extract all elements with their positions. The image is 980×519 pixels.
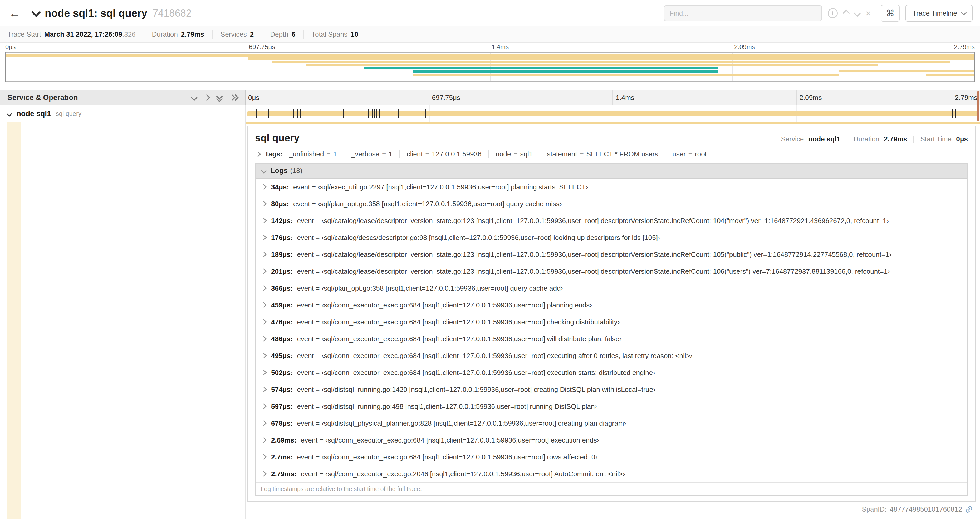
log-tick <box>398 109 399 118</box>
chevron-right-icon <box>261 454 267 460</box>
locate-icon[interactable]: + <box>828 8 838 18</box>
log-tick <box>368 109 369 118</box>
minimap-span-bar <box>248 57 975 60</box>
log-timestamp: 502μs: <box>271 369 293 377</box>
tag-value: 1 <box>388 150 392 158</box>
log-timestamp: 597μs: <box>271 402 293 410</box>
trace-collapse-chevron-icon[interactable] <box>31 7 41 17</box>
log-tick <box>343 109 344 118</box>
expand-all-icon[interactable] <box>230 95 238 100</box>
log-row[interactable]: 2.69ms: event = ‹sql/conn_executor_exec.… <box>256 432 967 449</box>
duration-label: Duration: <box>854 135 881 143</box>
span-name-column <box>0 122 245 519</box>
duration-value: 2.79ms <box>884 135 907 143</box>
tag-item: _unfinished = 1 <box>289 150 337 158</box>
tag-key: client <box>407 150 423 158</box>
span-name-cell[interactable]: node sql1 sql query <box>0 105 245 122</box>
log-row[interactable]: 80μs: event = ‹sql/plan_opt.go:358 [nsql… <box>256 195 967 212</box>
axis-column: 2.09ms <box>797 90 980 105</box>
tag-key: statement <box>547 150 577 158</box>
log-row[interactable]: 597μs: event = ‹sql/distsql_running.go:4… <box>256 398 967 415</box>
collapse-all-icon[interactable] <box>217 94 222 101</box>
log-message: event = ‹sql/exec_util.go:2297 [nsql1,cl… <box>293 183 588 191</box>
summary-value: 2.79ms <box>181 30 204 38</box>
scrollbar-thumb[interactable] <box>977 91 980 121</box>
log-tick <box>379 109 380 118</box>
span-operation-name: sql query <box>56 110 81 117</box>
chevron-right-icon <box>261 386 267 392</box>
trace-timeline-page: ← node sql1: sql query 7418682 + × ⌘ Tra… <box>0 0 980 519</box>
log-message: event = ‹sql/conn_executor_exec.go:684 [… <box>297 453 598 461</box>
collapse-one-icon[interactable] <box>191 94 197 101</box>
next-result-icon[interactable] <box>853 10 861 17</box>
log-row[interactable]: 142μs: event = ‹sql/catalog/lease/descri… <box>256 212 967 229</box>
log-tick <box>374 109 375 118</box>
log-timestamp: 189μs: <box>271 250 293 259</box>
minimap-gridline <box>248 53 248 81</box>
logs-count: (18) <box>290 167 302 175</box>
chevron-right-icon <box>261 218 267 224</box>
log-row[interactable]: 678μs: event = ‹sql/distsql_physical_pla… <box>256 415 967 432</box>
minimap-left-scrubber[interactable] <box>5 52 6 82</box>
detail-operation-title: sql query <box>255 133 299 144</box>
log-timestamp: 476μs: <box>271 318 293 326</box>
log-row[interactable]: 574μs: event = ‹sql/distsql_running.go:1… <box>256 381 967 398</box>
log-row[interactable]: 366μs: event = ‹sql/plan_opt.go:358 [nsq… <box>256 280 967 297</box>
logs-header[interactable]: Logs (18) <box>256 163 967 179</box>
log-timestamp: 176μs: <box>271 233 293 242</box>
chevron-right-icon <box>261 420 267 426</box>
span-detail-area: sql query Service: node sql1 Duration: 2… <box>245 122 980 519</box>
log-row[interactable]: 189μs: event = ‹sql/catalog/lease/descri… <box>256 246 967 263</box>
log-row[interactable]: 495μs: event = ‹sql/conn_executor_exec.g… <box>256 347 967 364</box>
minimap-span-bar <box>272 61 950 63</box>
span-timeline-cell[interactable] <box>245 105 980 122</box>
log-timestamp: 2.7ms: <box>271 453 293 461</box>
log-message: event = ‹sql/catalog/lease/descriptor_ve… <box>297 250 891 259</box>
span-collapse-chevron-icon[interactable] <box>6 111 12 116</box>
log-tick <box>404 109 404 118</box>
log-row[interactable]: 34μs: event = ‹sql/exec_util.go:2297 [ns… <box>256 179 967 195</box>
minimap-right-scrubber[interactable] <box>974 52 975 82</box>
logs-title: Logs <box>270 167 288 175</box>
tag-equals: = <box>382 150 386 158</box>
log-row[interactable]: 486μs: event = ‹sql/conn_executor_exec.g… <box>256 331 967 347</box>
view-selector-button[interactable]: Trace Timeline <box>905 5 973 22</box>
log-row[interactable]: 201μs: event = ‹sql/catalog/lease/descri… <box>256 263 967 280</box>
link-icon[interactable] <box>965 506 973 513</box>
log-tick <box>425 109 426 118</box>
log-row[interactable]: 476μs: event = ‹sql/conn_executor_exec.g… <box>256 313 967 331</box>
expand-one-icon[interactable] <box>204 94 210 101</box>
tag-key: _unfinished <box>289 150 324 158</box>
log-message: event = ‹sql/plan_opt.go:358 [nsql1,clie… <box>293 200 562 208</box>
detail-header: sql query Service: node sql1 Duration: 2… <box>255 129 968 149</box>
span-detail-panel: sql query Service: node sql1 Duration: 2… <box>247 126 976 501</box>
prev-result-icon[interactable] <box>842 10 850 17</box>
trace-minimap[interactable] <box>5 52 975 82</box>
find-input[interactable] <box>664 5 822 21</box>
log-message: event = ‹sql/conn_executor_exec.go:684 [… <box>297 351 692 360</box>
span-log-ticks <box>247 105 978 122</box>
keyboard-shortcuts-button[interactable]: ⌘ <box>881 5 900 22</box>
back-button[interactable]: ← <box>4 3 25 24</box>
axis-column: 0μs <box>245 90 430 105</box>
tags-row[interactable]: Tags: _unfinished = 1 _verbose <box>255 149 968 163</box>
log-row[interactable]: 2.7ms: event = ‹sql/conn_executor_exec.g… <box>256 449 967 465</box>
start-time-value: 0μs <box>956 135 968 143</box>
back-arrow-icon: ← <box>9 6 21 19</box>
minimap-axis-labels: 0μs 697.75μs 1.4ms 2.09ms 2.79ms <box>5 43 975 51</box>
summary-value: 2 <box>250 30 254 38</box>
minimap-gridline <box>732 53 733 81</box>
tag-value: root <box>695 150 707 158</box>
log-timestamp: 678μs: <box>271 419 293 428</box>
axis-tick-label: 2.09ms <box>797 94 822 102</box>
log-row[interactable]: 502μs: event = ‹sql/conn_executor_exec.g… <box>256 364 967 381</box>
log-row[interactable]: 176μs: event = ‹sql/catalog/descs/descri… <box>256 229 967 246</box>
log-row[interactable]: 2.79ms: event = ‹sql/conn_executor_exec.… <box>256 465 967 482</box>
summary-item: Depth 6 <box>262 30 295 38</box>
tag-value: 127.0.0.1:59936 <box>432 150 482 158</box>
log-timestamp: 574μs: <box>271 385 293 394</box>
minimap-span-bar <box>839 70 975 72</box>
tag-item: client = 127.0.0.1:59936 <box>399 150 482 158</box>
log-row[interactable]: 459μs: event = ‹sql/conn_executor_exec.g… <box>256 297 967 313</box>
clear-search-icon[interactable]: × <box>865 9 871 18</box>
